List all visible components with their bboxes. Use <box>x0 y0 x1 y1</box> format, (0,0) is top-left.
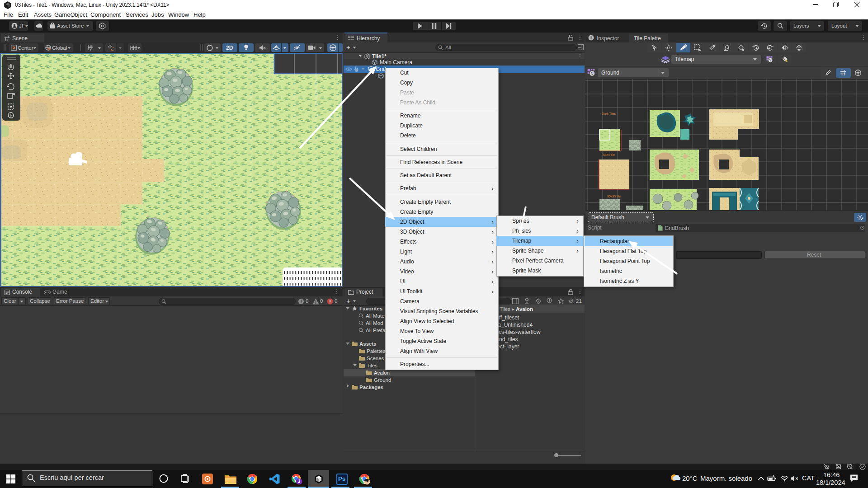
svg-text:95x95 tile: 95x95 tile <box>607 195 621 198</box>
svg-text:Y: Y <box>90 48 92 51</box>
svg-text:Dark Tiles: Dark Tiles <box>602 112 616 115</box>
svg-text:J: J <box>298 479 301 484</box>
svg-text:A4x4 tile: A4x4 tile <box>603 153 615 156</box>
